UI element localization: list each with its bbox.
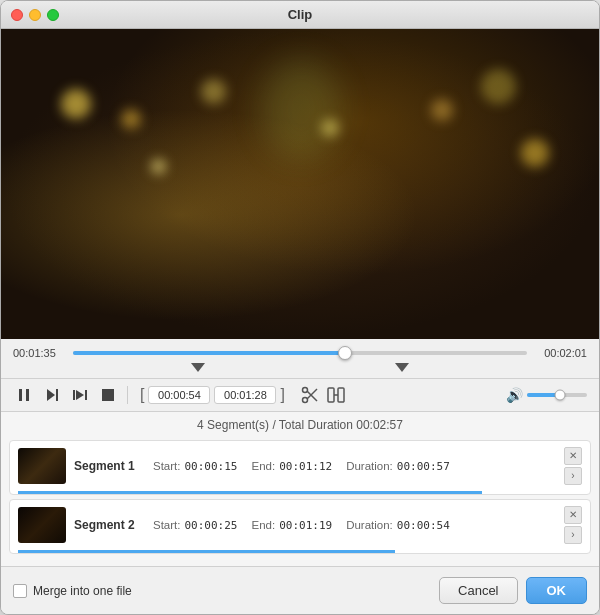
segment-info-1: Segment 1 Start: 00:00:15 End: 00:01:12 …	[74, 459, 556, 473]
end-label-1: End:	[251, 460, 275, 472]
bokeh-light	[121, 109, 141, 129]
bokeh-light	[61, 89, 91, 119]
duration-label-1: Duration:	[346, 460, 393, 472]
svg-rect-0	[19, 389, 22, 401]
svg-rect-1	[26, 389, 29, 401]
end-time-label: 00:02:01	[535, 347, 587, 359]
timeline-area: 00:01:35 00:02:01	[1, 339, 599, 379]
segment-duration-field-2: Duration: 00:00:54	[346, 519, 450, 532]
cut-icon[interactable]	[299, 384, 321, 406]
segment-down-button-2[interactable]: ›	[564, 526, 582, 544]
start-value-1: 00:00:15	[184, 460, 237, 473]
lantern-glow	[261, 59, 341, 159]
stop-button[interactable]	[97, 384, 119, 406]
bokeh-light	[201, 79, 226, 104]
segment-down-button-1[interactable]: ›	[564, 467, 582, 485]
clip-end-input[interactable]	[214, 386, 276, 404]
segment-actions-2: ✕ ›	[564, 506, 582, 544]
title-bar: Clip	[1, 1, 599, 29]
bottom-buttons: Cancel OK	[439, 577, 587, 604]
svg-rect-12	[328, 388, 334, 402]
bottom-bar: Merge into one file Cancel OK	[1, 566, 599, 614]
segment-duration-field-1: Duration: 00:00:57	[346, 460, 450, 473]
duration-value-1: 00:00:57	[397, 460, 450, 473]
bokeh-light	[521, 139, 549, 167]
bokeh-light	[151, 159, 166, 174]
traffic-lights	[11, 9, 59, 21]
frame-step-icon	[72, 387, 88, 403]
svg-rect-13	[338, 388, 344, 402]
controls-row: [ ] 🔊	[1, 379, 599, 412]
svg-rect-6	[85, 390, 87, 400]
pause-icon	[16, 387, 32, 403]
frame-step-button[interactable]	[69, 384, 91, 406]
cancel-button[interactable]: Cancel	[439, 577, 517, 604]
volume-track[interactable]	[527, 393, 587, 397]
merge-label[interactable]: Merge into one file	[33, 584, 132, 598]
segment-actions-1: ✕ ›	[564, 447, 582, 485]
segment-thumbnail-2	[18, 507, 66, 543]
volume-thumb[interactable]	[555, 390, 566, 401]
stop-icon	[100, 387, 116, 403]
progress-fill	[73, 351, 345, 355]
scissors-svg	[300, 385, 320, 405]
clip-start-input[interactable]	[148, 386, 210, 404]
pause-button[interactable]	[13, 384, 35, 406]
progress-track[interactable]	[73, 351, 527, 355]
segment-start-field-1: Start: 00:00:15	[153, 460, 237, 473]
segment-name-2: Segment 2	[74, 518, 139, 532]
progress-thumb[interactable]	[338, 346, 352, 360]
bracket-left: [	[140, 386, 144, 404]
segment-close-button-1[interactable]: ✕	[564, 447, 582, 465]
segment-info-2: Segment 2 Start: 00:00:25 End: 00:01:19 …	[74, 518, 556, 532]
segment-end-field-2: End: 00:01:19	[251, 519, 332, 532]
svg-line-11	[307, 389, 317, 399]
segment-item-2: Segment 2 Start: 00:00:25 End: 00:01:19 …	[9, 499, 591, 554]
start-value-2: 00:00:25	[184, 519, 237, 532]
segment-item: Segment 1 Start: 00:00:15 End: 00:01:12 …	[9, 440, 591, 495]
svg-rect-4	[73, 390, 75, 400]
merge-checkbox-group: Merge into one file	[13, 584, 132, 598]
segment-thumbnail-1	[18, 448, 66, 484]
end-value-1: 00:01:12	[279, 460, 332, 473]
step-forward-icon	[44, 387, 60, 403]
segment-row-1: Segment 1 Start: 00:00:15 End: 00:01:12 …	[10, 441, 590, 491]
end-label-2: End:	[251, 519, 275, 531]
close-button[interactable]	[11, 9, 23, 21]
start-label-1: Start:	[153, 460, 180, 472]
trim-handle-right[interactable]	[395, 363, 409, 372]
segment-start-field-2: Start: 00:00:25	[153, 519, 237, 532]
segment-end-field-1: End: 00:01:12	[251, 460, 332, 473]
svg-line-10	[307, 391, 317, 401]
trim-svg	[326, 385, 346, 405]
svg-rect-7	[102, 389, 114, 401]
segment-row-2: Segment 2 Start: 00:00:25 End: 00:01:19 …	[10, 500, 590, 550]
minimize-button[interactable]	[29, 9, 41, 21]
segment-progress-bar-2	[18, 550, 395, 553]
bokeh-light	[431, 99, 453, 121]
segments-count-text: 4 Segment(s) / Total Duration 00:02:57	[197, 418, 403, 432]
duration-value-2: 00:00:54	[397, 519, 450, 532]
trim-handle-left[interactable]	[191, 363, 205, 372]
ok-button[interactable]: OK	[526, 577, 588, 604]
bracket-right: ]	[280, 386, 284, 404]
svg-marker-2	[47, 389, 55, 401]
video-player[interactable]	[1, 29, 599, 339]
merge-checkbox[interactable]	[13, 584, 27, 598]
main-window: Clip 00:01:35 00:02:01	[0, 0, 600, 615]
volume-icon: 🔊	[506, 387, 523, 403]
bokeh-light	[481, 69, 516, 104]
segment-close-button-2[interactable]: ✕	[564, 506, 582, 524]
step-forward-button[interactable]	[41, 384, 63, 406]
current-time-label: 00:01:35	[13, 347, 65, 359]
segment-progress-bar-1	[18, 491, 482, 494]
end-value-2: 00:01:19	[279, 519, 332, 532]
start-label-2: Start:	[153, 519, 180, 531]
svg-marker-5	[76, 390, 84, 400]
volume-group: 🔊	[506, 387, 587, 403]
trim-icon[interactable]	[325, 384, 347, 406]
maximize-button[interactable]	[47, 9, 59, 21]
window-title: Clip	[288, 7, 313, 22]
divider-1	[127, 386, 128, 404]
segments-list[interactable]: Segment 1 Start: 00:00:15 End: 00:01:12 …	[1, 436, 599, 566]
